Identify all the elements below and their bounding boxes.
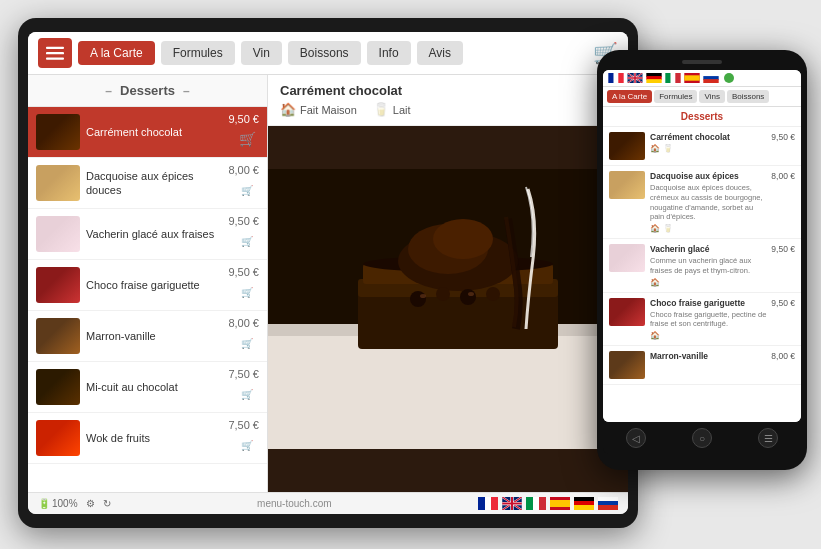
tag-lait-label: Lait [393,104,411,116]
menu-item-7[interactable]: Wok de fruits 7,50 € 🛒 [28,413,267,464]
item-7-cart-btn[interactable]: 🛒 [235,433,259,457]
phone-menu-button[interactable]: ☰ [758,428,778,448]
item-2-price-wrap: 8,00 € 🛒 [228,164,259,202]
item-2-price: 8,00 € [228,164,259,176]
phone-item-4[interactable]: Choco fraise gariguette Choco fraise gar… [603,293,801,347]
tag-fait-maison-label: Fait Maison [300,104,357,116]
item-3-price: 9,50 € [228,215,259,227]
tab-formules[interactable]: Formules [161,41,235,65]
item-2-info: Dacquoise aux épices douces [86,169,222,198]
svg-rect-24 [533,497,539,510]
svg-rect-45 [684,75,699,80]
item-3-cart-btn[interactable]: 🛒 [235,229,259,253]
detail-image [268,126,628,492]
phone-item-3-info: Vacherin glacé Comme un vacherin glacé a… [650,244,766,287]
svg-rect-43 [675,73,680,83]
svg-point-18 [468,292,474,296]
menu-item-3[interactable]: Vacherin glacé aux fraises 9,50 € 🛒 [28,209,267,260]
item-7-name: Wok de fruits [86,431,222,445]
menu-detail-panel: Carrément chocolat 🏠 Fait Maison 🥛 Lait [268,75,628,492]
phone-status-dot [724,73,734,83]
settings-icon[interactable]: ⚙ [86,498,95,509]
phone-flag-ru[interactable] [703,73,719,83]
menu-item-1[interactable]: Carrément chocolat 9,50 € 🛒 [28,107,267,158]
phone-screen: A la Carte Formules Vins Boissons Desser… [603,70,801,422]
flag-germany[interactable] [574,497,594,510]
tablet-screen: A la Carte Formules Vin Boissons Info Av… [28,32,628,514]
item-6-cart-btn[interactable]: 🛒 [235,382,259,406]
menu-section-header: – Desserts – [28,75,267,107]
phone-item-1-name: Carrément chocolat [650,132,766,142]
menu-item-5[interactable]: Marron-vanille 8,00 € 🛒 [28,311,267,362]
tablet-content: – Desserts – Carrément chocolat 9,5 [28,75,628,492]
svg-rect-25 [539,497,546,510]
svg-rect-41 [665,73,670,83]
phone-back-button[interactable]: ◁ [626,428,646,448]
tab-boissons[interactable]: Boissons [288,41,361,65]
item-7-price: 7,50 € [228,419,259,431]
item-4-cart-btn[interactable]: 🛒 [235,280,259,304]
phone-item-3-icons: 🏠 [650,278,766,287]
phone-item-4-icon-a: 🏠 [650,331,660,340]
menu-item-4[interactable]: Choco fraise gariguette 9,50 € 🛒 [28,260,267,311]
phone-home-button[interactable]: ○ [692,428,712,448]
phone-item-2-info: Dacquoise aux épices Dacquoise aux épice… [650,171,766,233]
item-3-price-wrap: 9,50 € 🛒 [228,215,259,253]
item-5-info: Marron-vanille [86,329,222,343]
phone-item-5[interactable]: Marron-vanille 8,00 € [603,346,801,385]
refresh-icon[interactable]: ↻ [103,498,111,509]
phone-item-1-icon-b: 🥛 [663,144,673,153]
tablet-device: A la Carte Formules Vin Boissons Info Av… [18,18,638,528]
menu-item-2[interactable]: Dacquoise aux épices douces 8,00 € 🛒 [28,158,267,209]
menu-items-list: Carrément chocolat 9,50 € 🛒 Dacquois [28,107,267,492]
phone-flag-es[interactable] [684,73,700,83]
scene: A la Carte Formules Vin Boissons Info Av… [0,0,821,549]
phone-tab-vins[interactable]: Vins [699,90,724,103]
svg-rect-21 [491,497,498,510]
phone-item-1[interactable]: Carrément chocolat 🏠 🥛 9,50 € [603,127,801,166]
phone-flag-it[interactable] [665,73,681,83]
tab-a-la-carte[interactable]: A la Carte [78,41,155,65]
phone-item-2-icon-a: 🏠 [650,224,660,233]
phone-item-4-info: Choco fraise gariguette Choco fraise gar… [650,298,766,341]
item-1-cart-btn[interactable]: 🛒 [235,127,259,151]
item-3-image [36,216,80,252]
phone-tab-carte[interactable]: A la Carte [607,90,652,103]
tab-avis[interactable]: Avis [417,41,463,65]
phone-item-1-img [609,132,645,160]
phone-item-2[interactable]: Dacquoise aux épices Dacquoise aux épice… [603,166,801,239]
phone-item-3[interactable]: Vacherin glacé Comme un vacherin glacé a… [603,239,801,293]
phone-item-5-info: Marron-vanille [650,351,766,363]
flag-france[interactable] [478,497,498,510]
phone-item-4-name: Choco fraise gariguette [650,298,766,308]
item-6-image [36,369,80,405]
item-2-cart-btn[interactable]: 🛒 [235,178,259,202]
flag-italy[interactable] [526,497,546,510]
battery-icon: 🔋 [38,498,50,509]
tab-info[interactable]: Info [367,41,411,65]
item-6-info: Mi-cuit au chocolat [86,380,222,394]
item-6-price: 7,50 € [228,368,259,380]
flag-russia[interactable] [598,497,618,510]
battery-indicator: 🔋 100% [38,498,78,509]
item-5-cart-btn[interactable]: 🛒 [235,331,259,355]
tab-vin[interactable]: Vin [241,41,282,65]
phone-tab-boissons[interactable]: Boissons [727,90,769,103]
svg-rect-42 [671,73,676,83]
phone-hardware-buttons: ◁ ○ ☰ [603,422,801,454]
phone-tab-formules[interactable]: Formules [654,90,697,103]
svg-rect-0 [46,47,64,49]
item-3-info: Vacherin glacé aux fraises [86,227,222,241]
menu-item-6[interactable]: Mi-cuit au chocolat 7,50 € 🛒 [28,362,267,413]
phone-flag-uk[interactable] [627,73,643,83]
svg-rect-27 [550,500,570,507]
dash-left: – [105,84,112,98]
svg-point-14 [436,287,450,301]
phone-item-1-price: 9,50 € [771,132,795,142]
menu-icon-button[interactable] [38,38,72,68]
phone-flag-de[interactable] [646,73,662,83]
section-title: Desserts [120,83,175,98]
phone-flag-france[interactable] [608,73,624,83]
flag-spain[interactable] [550,497,570,510]
flag-uk[interactable] [502,497,522,510]
